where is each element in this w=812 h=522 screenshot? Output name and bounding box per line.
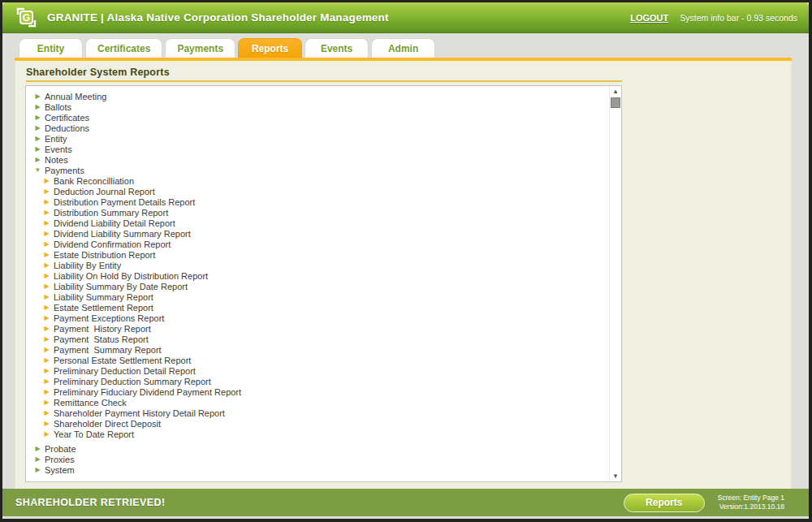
- tree-row-dividend-liability-detail-report[interactable]: ▶ Dividend Liability Detail Report: [34, 218, 608, 228]
- scroll-up-icon[interactable]: ▴: [611, 86, 621, 97]
- tree-row-label: Payment Exceptions Report: [54, 313, 164, 323]
- tree-row-distribution-payment-details-report[interactable]: ▶ Distribution Payment Details Report: [34, 196, 608, 207]
- expand-arrow-icon[interactable]: ▶: [43, 409, 50, 416]
- tab-admin[interactable]: Admin: [371, 38, 435, 58]
- tree-row-label: Dividend Confirmation Report: [54, 239, 171, 249]
- tree-row-annual-meeting[interactable]: ▶ Annual Meeting: [34, 91, 608, 101]
- tree-row-preliminary-deduction-summary-report[interactable]: ▶ Preliminary Deduction Summary Report: [34, 376, 608, 386]
- expand-arrow-icon[interactable]: ▶: [34, 156, 41, 163]
- tab-label: Admin: [388, 43, 418, 54]
- logout-link[interactable]: LOGOUT: [630, 13, 668, 23]
- scrollbar[interactable]: ▴ ▾: [609, 86, 621, 481]
- version-info: Version:1.2013.10.18: [718, 503, 784, 511]
- tab-payments[interactable]: Payments: [165, 38, 235, 58]
- tree-row-preliminary-fiduciary-dividend-payment-report[interactable]: ▶ Preliminary Fiduciary Dividend Payment…: [34, 386, 608, 397]
- tree-row-label: Events: [45, 145, 72, 154]
- tree-row-label: Payments: [45, 166, 84, 175]
- expand-arrow-icon[interactable]: ▶: [43, 261, 50, 269]
- expand-arrow-icon[interactable]: ▶: [43, 230, 50, 237]
- tree-row-entity[interactable]: ▶ Entity: [34, 133, 608, 144]
- tree-row-remittance-check[interactable]: ▶ Remittance Check: [34, 397, 608, 408]
- app-inner: G GRANITE | Alaska Native Corporation Sh…: [2, 2, 809, 519]
- expand-arrow-icon[interactable]: ▶: [43, 367, 50, 374]
- expand-arrow-icon[interactable]: ▶: [34, 103, 41, 110]
- tree-row-label: Payment History Report: [54, 324, 151, 334]
- tree-row-payment-history-report[interactable]: ▶ Payment History Report: [34, 323, 608, 334]
- tree-row-liability-on-hold-by-distribution-report[interactable]: ▶ Liability On Hold By Distribution Repo…: [34, 270, 608, 281]
- expand-arrow-icon[interactable]: ▶: [34, 114, 41, 121]
- tree-row-estate-settlement-report[interactable]: ▶ Estate Settlement Report: [34, 302, 608, 313]
- tree-row-proxies[interactable]: ▶ Proxies: [34, 454, 608, 464]
- expand-arrow-icon[interactable]: ▶: [34, 124, 41, 132]
- tree-row-shareholder-payment-history-detail-report[interactable]: ▶ Shareholder Payment History Detail Rep…: [34, 408, 608, 418]
- expand-arrow-icon[interactable]: ▶: [34, 93, 41, 100]
- expand-arrow-icon[interactable]: ▶: [43, 420, 50, 427]
- expand-arrow-icon[interactable]: ▶: [43, 251, 50, 258]
- tree-row-payment-exceptions-report[interactable]: ▶ Payment Exceptions Report: [34, 313, 608, 323]
- expand-arrow-icon[interactable]: ▶: [34, 455, 41, 463]
- tree-row-personal-estate-settlement-report[interactable]: ▶ Personal Estate Settlement Report: [34, 355, 608, 365]
- tab-label: Reports: [252, 43, 288, 54]
- tree-row-payment-status-report[interactable]: ▶ Payment Status Report: [34, 334, 608, 344]
- tree-row-preliminary-deduction-detail-report[interactable]: ▶ Preliminary Deduction Detail Report: [34, 365, 608, 376]
- expand-arrow-icon[interactable]: ▶: [43, 272, 50, 279]
- expand-arrow-icon[interactable]: ▶: [43, 283, 50, 290]
- tree-row-payment-summary-report[interactable]: ▶ Payment Summary Report: [34, 344, 608, 355]
- tab-entity[interactable]: Entity: [19, 38, 83, 58]
- tab-label: Entity: [37, 43, 64, 54]
- tree-row-liability-summary-by-date-report[interactable]: ▶ Liability Summary By Date Report: [34, 281, 608, 291]
- expand-arrow-icon[interactable]: ▶: [34, 445, 41, 452]
- granite-logo-icon: G: [15, 6, 37, 28]
- scrollbar-thumb[interactable]: [611, 97, 620, 108]
- expand-arrow-icon[interactable]: ▶: [43, 377, 50, 385]
- expand-arrow-icon[interactable]: ▶: [43, 346, 50, 353]
- expand-arrow-icon[interactable]: ▶: [34, 145, 41, 153]
- tab-reports[interactable]: Reports: [238, 38, 302, 58]
- tree-row-bank-reconcilliation[interactable]: ▶ Bank Reconcilliation: [34, 175, 608, 186]
- tab-events[interactable]: Events: [304, 38, 369, 58]
- expand-arrow-icon[interactable]: ▶: [43, 314, 50, 321]
- tree-row-deduction-journal-report[interactable]: ▶ Deduction Journal Report: [34, 186, 608, 196]
- expand-arrow-icon[interactable]: ▶: [43, 240, 50, 248]
- tree-row-shareholder-direct-deposit[interactable]: ▶ Shareholder Direct Deposit: [34, 418, 608, 429]
- expand-arrow-icon[interactable]: ▶: [43, 304, 50, 311]
- expand-arrow-icon[interactable]: ▶: [43, 325, 50, 332]
- scroll-down-icon[interactable]: ▾: [611, 471, 621, 481]
- tab-certificates[interactable]: Certificates: [85, 38, 162, 58]
- tree-row-notes[interactable]: ▶ Notes: [34, 154, 608, 165]
- expand-arrow-icon[interactable]: ▶: [43, 209, 50, 216]
- tree-row-deductions[interactable]: ▶ Deductions: [34, 123, 608, 133]
- expand-arrow-icon[interactable]: ▶: [34, 466, 41, 473]
- reports-button[interactable]: Reports: [624, 494, 705, 512]
- expand-arrow-icon[interactable]: ▶: [43, 219, 50, 226]
- expand-arrow-icon[interactable]: ▶: [43, 335, 50, 343]
- tree-row-ballots[interactable]: ▶ Ballots: [34, 101, 608, 112]
- tree-row-label: Ballots: [45, 102, 71, 112]
- expand-arrow-icon[interactable]: ▶: [43, 399, 50, 406]
- tree-row-dividend-liability-summary-report[interactable]: ▶ Dividend Liability Summary Report: [34, 228, 608, 239]
- tree-row-probate[interactable]: ▶ Probate: [34, 443, 608, 454]
- tree-row-system[interactable]: ▶ System: [34, 464, 608, 475]
- tree-row-label: Notes: [45, 155, 68, 165]
- tree-row-payments[interactable]: ▼ Payments: [34, 165, 608, 175]
- tree-row-dividend-confirmation-report[interactable]: ▶ Dividend Confirmation Report: [34, 239, 608, 249]
- tree-row-label: Payment Status Report: [54, 334, 149, 344]
- tree-row-label: Year To Date Report: [54, 429, 134, 439]
- tree-row-distribution-summary-report[interactable]: ▶ Distribution Summary Report: [34, 207, 608, 218]
- expand-arrow-icon[interactable]: ▶: [43, 188, 50, 195]
- tree-row-liability-by-entity[interactable]: ▶ Liability By Entity: [34, 260, 608, 270]
- collapse-arrow-icon[interactable]: ▼: [34, 166, 41, 174]
- tree-row-estate-distribution-report[interactable]: ▶ Estate Distribution Report: [34, 249, 608, 260]
- tree-row-label: Dividend Liability Summary Report: [54, 229, 191, 239]
- tree-row-events[interactable]: ▶ Events: [34, 144, 608, 154]
- expand-arrow-icon[interactable]: ▶: [34, 135, 41, 142]
- expand-arrow-icon[interactable]: ▶: [43, 430, 50, 438]
- expand-arrow-icon[interactable]: ▶: [43, 198, 50, 205]
- expand-arrow-icon[interactable]: ▶: [43, 388, 50, 395]
- expand-arrow-icon[interactable]: ▶: [43, 356, 50, 364]
- expand-arrow-icon[interactable]: ▶: [43, 293, 50, 300]
- expand-arrow-icon[interactable]: ▶: [43, 177, 50, 184]
- tree-row-year-to-date-report[interactable]: ▶ Year To Date Report: [34, 429, 608, 439]
- tree-row-certificates[interactable]: ▶ Certificates: [34, 112, 608, 123]
- tree-row-liability-summary-report[interactable]: ▶ Liability Summary Report: [34, 291, 608, 302]
